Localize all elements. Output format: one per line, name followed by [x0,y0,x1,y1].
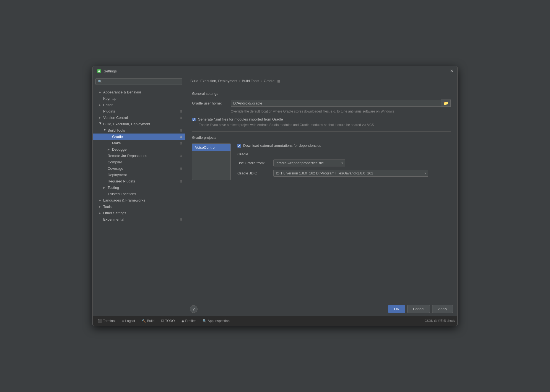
sidebar-item-version-control[interactable]: ▶ Version Control ▦ [93,114,185,121]
sidebar-item-label: Version Control [103,116,128,120]
gradle-home-row: Gradle user home: 📁 [192,100,451,107]
gradle-home-label: Gradle user home: [192,101,231,105]
generate-iml-row: Generate *.iml files for modules importe… [192,117,451,121]
sidebar-item-label: Languages & Frameworks [103,198,145,202]
search-input[interactable] [95,78,182,85]
taskbar-app-inspection[interactable]: 🔍 App Inspection [200,318,232,324]
sidebar-item-label: Gradle [112,135,123,139]
dialog-title: Settings [104,69,117,73]
arrow-icon: ▶ [99,116,102,119]
arrow-icon: ▶ [99,205,102,208]
sidebar-item-plugins[interactable]: Plugins ▦ [93,108,185,114]
sidebar-item-compiler[interactable]: Compiler [93,159,185,165]
sidebar-item-label: Appearance & Behavior [103,90,141,94]
sidebar-item-deployment[interactable]: Deployment [93,172,185,178]
sidebar-item-testing[interactable]: ▶ Testing [93,184,185,191]
sidebar-item-label: Build Tools [108,128,125,132]
sidebar-item-label: Compiler [108,160,122,164]
pin-icon: ▦ [180,109,182,113]
sidebar-item-gradle[interactable]: Gradle ▦ [93,134,185,140]
taskbar-right-text: CSDN @初学者-Study [425,319,455,323]
pin-icon: ▦ [180,167,182,170]
generate-iml-checkbox[interactable] [192,118,196,121]
help-button[interactable]: ? [190,305,198,313]
logcat-icon: ≡ [122,319,124,323]
sidebar-item-label: Editor [103,103,113,107]
projects-section: VoiceControl Download external annotatio… [192,143,451,180]
taskbar-todo[interactable]: ☑ TODO [158,318,177,324]
build-icon: 🔨 [142,319,146,323]
pin-icon: ▦ [180,135,182,138]
sidebar-item-appearance[interactable]: ▶ Appearance & Behavior [93,89,185,95]
sidebar-tree: ▶ Appearance & Behavior Keymap ▶ Editor … [93,87,185,316]
app-inspection-label: App Inspection [208,319,230,323]
apply-button[interactable]: Apply [432,305,453,313]
todo-icon: ☑ [161,319,164,323]
gradle-home-input[interactable] [231,100,441,107]
gradle-home-hint: Override the default location where Grad… [231,109,451,114]
title-bar: A Settings ✕ [93,66,457,76]
generate-iml-label: Generate *.iml files for modules importe… [198,117,283,121]
sidebar-item-coverage[interactable]: Coverage ▦ [93,165,185,172]
project-item-voice-control[interactable]: VoiceControl [192,144,230,151]
profiler-label: Profiler [185,319,196,323]
arrow-icon: ▶ [99,199,102,202]
gradle-home-input-wrap: 📁 [231,100,451,107]
sidebar-item-required-plugins[interactable]: Required Plugins ▦ [93,178,185,184]
projects-list: VoiceControl [192,143,231,180]
build-label: Build [147,319,154,323]
taskbar-build[interactable]: 🔨 Build [139,318,157,324]
footer-right: OK Cancel Apply [388,305,453,313]
sidebar-item-debugger[interactable]: ▶ Debugger [93,146,185,153]
breadcrumb-sep1: › [239,79,240,83]
search-box [93,76,185,87]
sidebar-item-label: Tools [103,205,111,209]
profiler-icon: ◉ [181,319,184,323]
sidebar-item-remote-jar[interactable]: Remote Jar Repositories ▦ [93,153,185,159]
sidebar-item-label: Make [112,141,121,145]
gradle-home-folder-btn[interactable]: 📁 [441,100,451,107]
sidebar-item-trusted-locations[interactable]: Trusted Locations [93,191,185,197]
arrow-icon: ▶ [103,129,107,132]
app-inspection-icon: 🔍 [203,319,207,323]
cancel-button[interactable]: Cancel [407,305,430,313]
generate-iml-hint: Enable if you have a mixed project with … [199,122,451,127]
sidebar-item-other-settings[interactable]: ▶ Other Settings [93,210,185,216]
use-gradle-label: Use Gradle from: [237,161,273,165]
gradle-jdk-select[interactable]: 🗁 1.8 version 1.8.0_162 D:/Program Files… [273,170,428,177]
taskbar-profiler[interactable]: ◉ Profiler [179,318,199,324]
sidebar-item-make[interactable]: Make ▦ [93,140,185,146]
sidebar-item-label: Trusted Locations [108,192,136,196]
ok-button[interactable]: OK [388,305,405,313]
general-settings-title: General settings [192,92,451,96]
breadcrumb-part2: Build Tools [242,79,259,83]
arrow-icon: ▶ [99,122,102,126]
sidebar-item-build-exec[interactable]: ▶ Build, Execution, Deployment [93,121,185,127]
sidebar-item-label: Build, Execution, Deployment [103,122,150,126]
download-annotations-row: Download external annotations for depend… [237,143,451,148]
use-gradle-select[interactable]: 'gradle-wrapper.properties' file Specifi… [273,160,345,166]
sidebar-item-label: Keymap [103,96,116,101]
sidebar-item-label: Coverage [108,166,123,171]
sidebar-item-build-tools[interactable]: ▶ Build Tools ▦ [93,127,185,134]
svg-text:A: A [98,70,100,73]
gradle-jdk-row: Gradle JDK: 🗁 1.8 version 1.8.0_162 D:/P… [237,170,451,177]
sidebar-item-label: Testing [108,185,119,190]
pin-icon: ▦ [180,141,182,145]
footer: ? OK Cancel Apply [185,302,457,316]
sidebar-item-keymap[interactable]: Keymap [93,95,185,102]
sidebar-item-experimental[interactable]: Experimental ▦ [93,216,185,223]
sidebar-item-tools[interactable]: ▶ Tools [93,203,185,210]
use-gradle-select-wrap: 'gradle-wrapper.properties' file Specifi… [273,160,345,166]
taskbar-logcat[interactable]: ≡ Logcat [119,318,138,324]
close-button[interactable]: ✕ [450,69,453,73]
download-annotations-checkbox[interactable] [237,144,241,148]
sidebar-item-editor[interactable]: ▶ Editor [93,102,185,108]
gradle-projects-title: Gradle projects [192,135,451,140]
breadcrumb-part1: Build, Execution, Deployment [190,79,237,83]
breadcrumb: Build, Execution, Deployment › Build Too… [185,76,457,86]
gradle-jdk-label: Gradle JDK: [237,171,273,175]
sidebar-item-languages[interactable]: ▶ Languages & Frameworks [93,197,185,203]
taskbar-terminal[interactable]: ⬛ Terminal [95,318,118,324]
pin-icon: ▦ [180,218,182,221]
